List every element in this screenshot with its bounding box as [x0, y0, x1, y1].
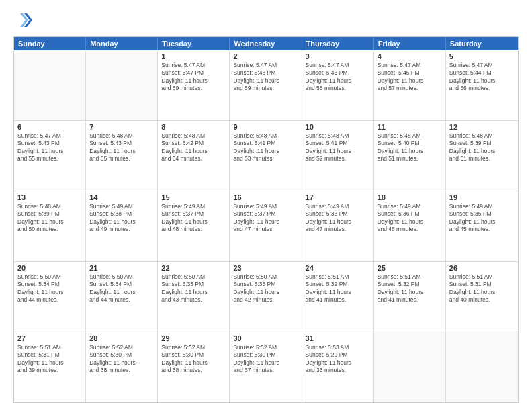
logo — [13, 11, 35, 30]
day-cell-16: 16Sunrise: 5:49 AMSunset: 5:37 PMDayligh… — [230, 191, 302, 261]
cell-line: Sunrise: 5:50 AM — [161, 273, 226, 281]
day-number: 3 — [306, 52, 370, 60]
cell-line: Daylight: 11 hours — [17, 218, 82, 226]
day-number: 10 — [306, 123, 370, 131]
cell-line: Sunrise: 5:47 AM — [161, 62, 226, 69]
day-number: 26 — [449, 264, 515, 272]
cell-line: Sunrise: 5:51 AM — [17, 344, 82, 351]
cell-line: Daylight: 11 hours — [161, 289, 226, 296]
cell-line: Sunset: 5:43 PM — [89, 140, 154, 147]
weekday-header-monday: Monday — [86, 37, 158, 50]
day-number: 27 — [17, 334, 82, 342]
empty-cell — [86, 50, 158, 120]
day-cell-14: 14Sunrise: 5:49 AMSunset: 5:38 PMDayligh… — [86, 191, 158, 261]
day-cell-25: 25Sunrise: 5:51 AMSunset: 5:32 PMDayligh… — [374, 262, 446, 332]
day-number: 19 — [449, 193, 515, 201]
cell-line: and 55 minutes. — [89, 155, 154, 163]
cell-line: and 39 minutes. — [17, 367, 82, 374]
cell-line: and 47 minutes. — [306, 226, 370, 233]
day-number: 23 — [233, 264, 298, 272]
cell-line: Sunrise: 5:51 AM — [378, 273, 442, 281]
cell-line: Sunrise: 5:47 AM — [233, 62, 298, 69]
day-number: 5 — [449, 52, 515, 60]
cell-line: and 59 minutes. — [161, 85, 226, 92]
cell-line: Daylight: 11 hours — [89, 289, 154, 296]
cell-line: Sunrise: 5:49 AM — [449, 203, 515, 210]
cell-line: and 52 minutes. — [306, 155, 370, 163]
cell-line: Sunset: 5:41 PM — [233, 140, 298, 147]
cell-line: Sunset: 5:32 PM — [378, 281, 442, 288]
calendar-row-1: 6Sunrise: 5:47 AMSunset: 5:43 PMDaylight… — [14, 120, 518, 191]
cell-line: Daylight: 11 hours — [89, 148, 154, 155]
cell-line: and 55 minutes. — [17, 155, 82, 163]
day-cell-29: 29Sunrise: 5:52 AMSunset: 5:30 PMDayligh… — [158, 332, 230, 402]
weekday-header-sunday: Sunday — [14, 37, 86, 50]
cell-line: Sunrise: 5:49 AM — [233, 203, 298, 210]
cell-line: Sunrise: 5:47 AM — [306, 62, 370, 69]
calendar-row-2: 13Sunrise: 5:48 AMSunset: 5:39 PMDayligh… — [14, 191, 518, 261]
cell-line: Sunset: 5:34 PM — [89, 281, 154, 288]
day-cell-28: 28Sunrise: 5:52 AMSunset: 5:30 PMDayligh… — [86, 332, 158, 402]
cell-line: and 53 minutes. — [233, 155, 298, 163]
day-cell-12: 12Sunrise: 5:48 AMSunset: 5:39 PMDayligh… — [446, 121, 518, 191]
cell-line: Sunset: 5:46 PM — [306, 69, 370, 77]
cell-line: and 46 minutes. — [378, 226, 442, 233]
cell-line: Sunrise: 5:50 AM — [233, 273, 298, 281]
cell-line: Sunset: 5:32 PM — [306, 281, 370, 288]
day-number: 4 — [378, 52, 442, 60]
cell-line: Daylight: 11 hours — [233, 77, 298, 85]
cell-line: and 43 minutes. — [161, 296, 226, 304]
day-number: 2 — [233, 52, 298, 60]
cell-line: and 59 minutes. — [233, 85, 298, 92]
day-number: 22 — [161, 264, 226, 272]
cell-line: and 38 minutes. — [161, 367, 226, 374]
cell-line: Sunset: 5:29 PM — [306, 351, 370, 359]
day-cell-17: 17Sunrise: 5:49 AMSunset: 5:36 PMDayligh… — [302, 191, 374, 261]
cell-line: Sunset: 5:35 PM — [449, 210, 515, 218]
cell-line: Daylight: 11 hours — [306, 77, 370, 85]
cell-line: Sunrise: 5:49 AM — [161, 203, 226, 210]
cell-line: Daylight: 11 hours — [449, 218, 515, 226]
cell-line: Daylight: 11 hours — [306, 289, 370, 296]
day-number: 8 — [161, 123, 226, 131]
day-cell-3: 3Sunrise: 5:47 AMSunset: 5:46 PMDaylight… — [302, 50, 374, 120]
day-number: 21 — [89, 264, 154, 272]
cell-line: Daylight: 11 hours — [233, 218, 298, 226]
day-cell-1: 1Sunrise: 5:47 AMSunset: 5:47 PMDaylight… — [158, 50, 230, 120]
cell-line: Sunrise: 5:47 AM — [378, 62, 442, 69]
day-number: 18 — [378, 193, 442, 201]
day-cell-31: 31Sunrise: 5:53 AMSunset: 5:29 PMDayligh… — [302, 332, 374, 402]
weekday-header-friday: Friday — [374, 37, 446, 50]
calendar-header: SundayMondayTuesdayWednesdayThursdayFrid… — [14, 37, 518, 50]
day-cell-13: 13Sunrise: 5:48 AMSunset: 5:39 PMDayligh… — [14, 191, 86, 261]
day-number: 17 — [306, 193, 370, 201]
cell-line: and 36 minutes. — [306, 367, 370, 374]
day-cell-15: 15Sunrise: 5:49 AMSunset: 5:37 PMDayligh… — [158, 191, 230, 261]
cell-line: and 51 minutes. — [449, 155, 515, 163]
empty-cell — [374, 332, 446, 402]
day-cell-20: 20Sunrise: 5:50 AMSunset: 5:34 PMDayligh… — [14, 262, 86, 332]
day-number: 30 — [233, 334, 298, 342]
cell-line: Daylight: 11 hours — [449, 77, 515, 85]
page: SundayMondayTuesdayWednesdayThursdayFrid… — [0, 0, 532, 411]
day-number: 1 — [161, 52, 226, 60]
cell-line: Sunset: 5:39 PM — [449, 140, 515, 147]
calendar-row-4: 27Sunrise: 5:51 AMSunset: 5:31 PMDayligh… — [14, 332, 518, 402]
day-number: 9 — [233, 123, 298, 131]
cell-line: Sunset: 5:42 PM — [161, 140, 226, 147]
cell-line: Sunrise: 5:52 AM — [89, 344, 154, 351]
cell-line: and 38 minutes. — [89, 367, 154, 374]
cell-line: Sunrise: 5:49 AM — [306, 203, 370, 210]
cell-line: and 47 minutes. — [233, 226, 298, 233]
calendar-body: 1Sunrise: 5:47 AMSunset: 5:47 PMDaylight… — [14, 50, 518, 402]
cell-line: Daylight: 11 hours — [306, 148, 370, 155]
cell-line: and 41 minutes. — [306, 296, 370, 304]
cell-line: Daylight: 11 hours — [161, 77, 226, 85]
cell-line: Sunrise: 5:47 AM — [449, 62, 515, 69]
cell-line: Daylight: 11 hours — [449, 289, 515, 296]
cell-line: Sunset: 5:38 PM — [89, 210, 154, 218]
cell-line: Sunrise: 5:51 AM — [449, 273, 515, 281]
cell-line: Sunrise: 5:48 AM — [449, 132, 515, 140]
cell-line: and 57 minutes. — [378, 85, 442, 92]
empty-cell — [14, 50, 86, 120]
